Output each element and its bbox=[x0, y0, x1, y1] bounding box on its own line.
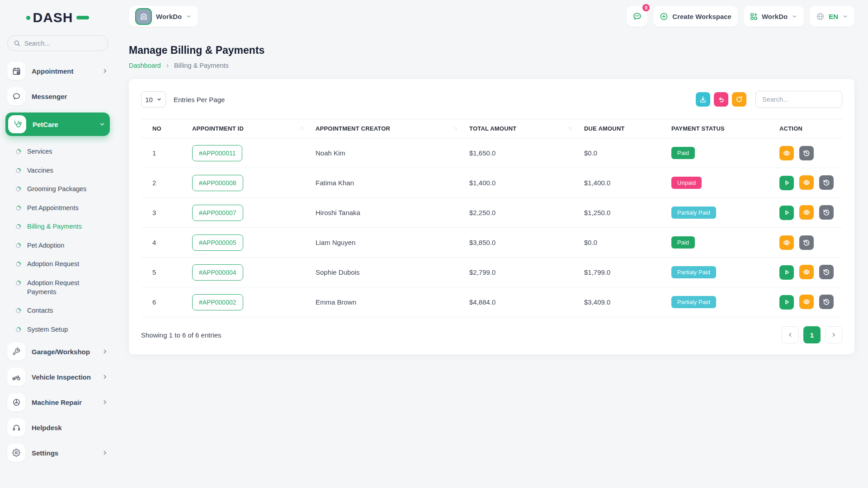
submenu-item-system-setup[interactable]: System Setup bbox=[15, 320, 108, 339]
workspace-avatar-icon bbox=[135, 8, 152, 25]
table-search-input[interactable] bbox=[755, 91, 842, 108]
fan-icon bbox=[7, 393, 25, 411]
row-number: 5 bbox=[141, 258, 192, 287]
submenu-item-billing-payments[interactable]: Billing & Payments bbox=[15, 217, 108, 236]
messages-button[interactable]: 0 bbox=[627, 6, 647, 27]
submenu-item-adoption-request[interactable]: Adoption Request bbox=[15, 255, 108, 274]
sidebar-item-helpdesk[interactable]: Helpdesk bbox=[7, 418, 108, 436]
submenu-item-services[interactable]: Services bbox=[15, 142, 108, 161]
submenu-item-adoption-request-payments[interactable]: Adoption Request Payments bbox=[15, 274, 108, 301]
appointment-creator: Fatima Khan bbox=[316, 168, 469, 198]
stethoscope-icon bbox=[8, 115, 26, 133]
appointment-id-chip[interactable]: #APP000011 bbox=[192, 145, 242, 161]
due-amount: $1,250.0 bbox=[584, 198, 671, 228]
submenu-item-pet-adoption[interactable]: Pet Adoption bbox=[15, 236, 108, 255]
motorcycle-icon bbox=[7, 368, 25, 386]
sidebar-item-vehicle-inspection[interactable]: Vehicle Inspection bbox=[7, 368, 108, 386]
reload-button[interactable] bbox=[732, 92, 746, 107]
create-workspace-button[interactable]: Create Workspace bbox=[653, 6, 738, 27]
appointment-creator: Emma Brown bbox=[316, 287, 469, 317]
sidebar-item-petcare[interactable]: PetCare bbox=[5, 113, 110, 136]
play-icon bbox=[783, 269, 790, 276]
export-button[interactable] bbox=[696, 92, 710, 107]
next-page-button[interactable] bbox=[825, 326, 842, 343]
view-button[interactable] bbox=[799, 205, 814, 220]
submenu-item-vaccines[interactable]: Vaccines bbox=[15, 161, 108, 180]
chevron-down-icon bbox=[842, 14, 848, 19]
chevron-down-icon bbox=[792, 14, 797, 19]
sidebar-search[interactable] bbox=[7, 35, 108, 51]
sidebar-item-machine-repair[interactable]: Machine Repair bbox=[7, 393, 108, 411]
refresh-icon bbox=[736, 96, 743, 103]
eye-icon bbox=[783, 150, 790, 157]
sidebar-item-appointment[interactable]: Appointment bbox=[7, 62, 108, 80]
history-button[interactable] bbox=[819, 265, 834, 279]
entries-per-page-label: Entries Per Page bbox=[174, 96, 225, 103]
breadcrumb-dashboard-link[interactable]: Dashboard bbox=[129, 62, 161, 69]
chevron-left-icon bbox=[787, 332, 793, 338]
column-header-no: NO bbox=[141, 119, 192, 138]
view-button[interactable] bbox=[779, 235, 794, 250]
row-number: 3 bbox=[141, 198, 192, 228]
previous-page-button[interactable] bbox=[782, 326, 799, 343]
submenu-item-contacts[interactable]: Contacts bbox=[15, 301, 108, 320]
appointment-id-chip[interactable]: #APP000005 bbox=[192, 235, 243, 251]
headset-icon bbox=[7, 418, 25, 436]
view-button[interactable] bbox=[799, 175, 814, 190]
sidebar-item-garage-workshop[interactable]: Garage/Workshop bbox=[7, 343, 108, 361]
grid-icon bbox=[750, 13, 758, 20]
sort-icon[interactable]: ↑↓ bbox=[453, 125, 457, 131]
play-icon bbox=[783, 209, 790, 216]
entries-per-page-select[interactable]: 10 bbox=[141, 91, 166, 108]
chevron-right-icon bbox=[165, 63, 170, 68]
page-number-button[interactable]: 1 bbox=[803, 326, 821, 343]
history-button[interactable] bbox=[819, 205, 834, 220]
column-header-appointment-id: APPOINTMENT ID↑↓ bbox=[192, 119, 316, 138]
sidebar-item-messenger[interactable]: Messenger bbox=[7, 87, 108, 105]
table-row: 1 #APP000011 Noah Kim $1,650.0 $0.0 Paid bbox=[141, 138, 842, 168]
sidebar-item-settings[interactable]: Settings bbox=[7, 444, 108, 462]
pay-button[interactable] bbox=[779, 206, 794, 220]
submenu-item-grooming-packages[interactable]: Grooming Packages bbox=[15, 180, 108, 199]
history-button[interactable] bbox=[819, 175, 834, 190]
pay-button[interactable] bbox=[779, 265, 794, 280]
breadcrumb: Dashboard Billing & Payments bbox=[129, 62, 854, 69]
sidebar-search-input[interactable] bbox=[24, 40, 102, 47]
workspace-switcher[interactable]: WorkDo bbox=[129, 6, 198, 27]
sidebar-item-label: Garage/Workshop bbox=[32, 348, 90, 356]
history-icon bbox=[823, 298, 830, 305]
appointment-id-chip[interactable]: #APP000002 bbox=[192, 294, 243, 310]
plus-circle-icon bbox=[660, 12, 668, 21]
appointment-creator: Sophie Dubois bbox=[316, 258, 469, 287]
pay-button[interactable] bbox=[779, 176, 794, 190]
view-button[interactable] bbox=[799, 265, 814, 279]
sort-icon[interactable]: ↑↓ bbox=[300, 125, 303, 131]
back-button[interactable] bbox=[714, 92, 728, 107]
appointment-id-chip[interactable]: #APP000008 bbox=[192, 175, 243, 191]
workspace-menu-button[interactable]: WorkDo bbox=[744, 6, 804, 27]
create-workspace-label: Create Workspace bbox=[672, 13, 731, 20]
submenu-item-pet-appointments[interactable]: Pet Appointments bbox=[15, 199, 108, 218]
pay-button[interactable] bbox=[779, 295, 794, 310]
history-button[interactable] bbox=[819, 295, 834, 309]
row-number: 2 bbox=[141, 168, 192, 198]
due-amount: $1,400.0 bbox=[584, 168, 671, 198]
view-button[interactable] bbox=[779, 146, 794, 160]
view-button[interactable] bbox=[799, 295, 814, 309]
history-button[interactable] bbox=[799, 146, 814, 160]
language-label: EN bbox=[829, 13, 838, 20]
appointment-id-chip[interactable]: #APP000004 bbox=[192, 264, 243, 281]
sort-icon[interactable]: ↑↓ bbox=[568, 125, 571, 131]
table-row: 4 #APP000005 Liam Nguyen $3,850.0 $0.0 P… bbox=[141, 228, 842, 258]
language-selector[interactable]: EN bbox=[810, 6, 854, 27]
table-row: 3 #APP000007 Hiroshi Tanaka $2,250.0 $1,… bbox=[141, 198, 842, 228]
app-logo[interactable]: DASH bbox=[7, 8, 108, 27]
history-button[interactable] bbox=[799, 235, 814, 250]
eye-icon bbox=[803, 209, 810, 216]
chevron-right-icon bbox=[102, 348, 108, 355]
appointment-id-chip[interactable]: #APP000007 bbox=[192, 205, 243, 221]
due-amount: $3,409.0 bbox=[584, 287, 671, 317]
entries-per-page-value: 10 bbox=[145, 96, 153, 103]
history-icon bbox=[823, 209, 830, 216]
total-amount: $4,884.0 bbox=[469, 287, 584, 317]
